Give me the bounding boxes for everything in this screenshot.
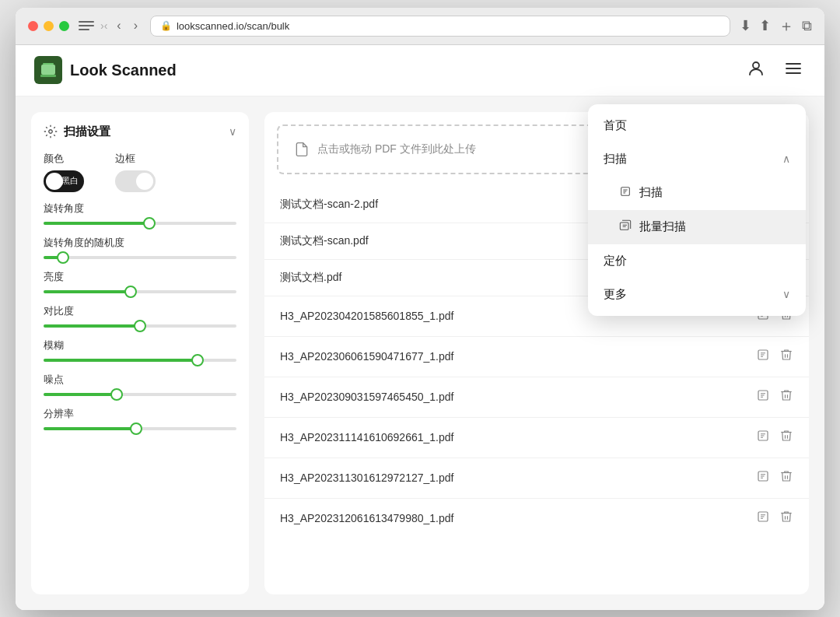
tab-overview-icon[interactable]: ⧉ <box>802 18 812 34</box>
header-right <box>744 56 806 85</box>
border-toggle-knob <box>136 173 153 190</box>
traffic-lights <box>28 21 69 31</box>
file-item: H3_AP202309031597465450_1.pdf <box>264 377 809 418</box>
scan-file-button[interactable] <box>756 510 770 528</box>
close-button[interactable] <box>28 21 38 31</box>
svg-point-3 <box>753 62 759 68</box>
delete-file-button[interactable] <box>779 388 793 406</box>
resolution-thumb[interactable] <box>130 422 142 435</box>
rotation-random-label: 旋转角度的随机度 <box>44 236 236 250</box>
menu-item-scan-expand[interactable]: 扫描 ∧ <box>588 142 806 176</box>
menu-item-pricing[interactable]: 定价 <box>588 244 806 278</box>
menu-item-home[interactable]: 首页 <box>588 109 806 142</box>
file-actions <box>756 388 793 406</box>
forward-button[interactable]: › <box>131 17 141 34</box>
delete-file-button[interactable] <box>779 348 793 366</box>
file-name: 测试文档-scan.pdf <box>280 234 369 248</box>
svg-point-7 <box>49 130 53 134</box>
blur-thumb[interactable] <box>191 354 204 366</box>
color-toggle[interactable]: 黑白 <box>44 170 84 192</box>
scan-file-button[interactable] <box>756 388 770 406</box>
new-tab-icon[interactable]: ＋ <box>779 16 794 37</box>
color-label: 颜色 <box>44 152 84 166</box>
file-actions <box>756 348 793 366</box>
noise-thumb[interactable] <box>110 388 123 401</box>
browser-titlebar: ›‹ ‹ › 🔒 lookscanned.io/scan/bulk ⬇ ⬆ ＋ … <box>16 8 824 45</box>
rotation-thumb[interactable] <box>143 217 156 230</box>
file-name: 测试文档.pdf <box>280 271 341 285</box>
file-name: H3_AP202312061613479980_1.pdf <box>280 512 453 524</box>
upload-prompt: 点击或拖动 PDF 文件到此处上传 <box>317 142 476 156</box>
menu-scan-label: 扫描 <box>604 152 627 167</box>
menu-scan-sub-label: 扫描 <box>639 185 663 200</box>
file-item: H3_AP202306061590471677_1.pdf <box>264 337 809 377</box>
settings-collapse-chevron[interactable]: ∨ <box>229 125 236 138</box>
share-icon[interactable]: ⬆ <box>759 17 771 34</box>
blur-track <box>44 359 236 362</box>
delete-file-button[interactable] <box>779 510 793 528</box>
file-name: H3_AP202311301612972127_1.pdf <box>280 472 453 484</box>
browser-window: ›‹ ‹ › 🔒 lookscanned.io/scan/bulk ⬇ ⬆ ＋ … <box>16 8 824 610</box>
download-icon[interactable]: ⬇ <box>740 17 751 34</box>
brightness-fill <box>44 290 131 293</box>
noise-fill <box>44 393 117 396</box>
sidebar-toggle-button[interactable] <box>79 20 94 31</box>
blur-label: 模糊 <box>44 338 236 352</box>
svg-rect-2 <box>40 75 56 77</box>
rotation-fill <box>44 222 149 225</box>
contrast-label: 对比度 <box>44 304 236 318</box>
settings-panel: 扫描设置 ∨ 颜色 黑白 边框 <box>31 112 249 594</box>
contrast-fill <box>44 324 140 328</box>
noise-label: 噪点 <box>44 373 236 387</box>
browser-right-controls: ⬇ ⬆ ＋ ⧉ <box>740 16 812 37</box>
scan-file-button[interactable] <box>756 348 770 366</box>
settings-title-row: 扫描设置 <box>44 124 110 139</box>
app-title: Look Scanned <box>70 61 177 79</box>
brightness-thumb[interactable] <box>124 286 137 298</box>
file-name: H3_AP202309031597465450_1.pdf <box>280 391 453 403</box>
border-setting-group: 边框 <box>115 152 156 192</box>
back-button[interactable]: ‹ <box>114 17 124 34</box>
brightness-slider-container: 亮度 <box>44 270 236 293</box>
file-name: H3_AP202311141610692661_1.pdf <box>280 431 453 443</box>
rotation-label: 旋转角度 <box>44 202 236 216</box>
file-actions <box>756 469 793 487</box>
menu-home-label: 首页 <box>604 118 627 133</box>
border-toggle[interactable] <box>115 170 156 192</box>
contrast-thumb[interactable] <box>134 320 146 332</box>
url-text: lookscanned.io/scan/bulk <box>177 20 289 32</box>
settings-title: 扫描设置 <box>64 124 110 139</box>
brightness-track <box>44 290 236 293</box>
minimize-button[interactable] <box>44 21 54 31</box>
scan-file-button[interactable] <box>756 429 770 447</box>
settings-header: 扫描设置 ∨ <box>44 124 236 139</box>
file-actions <box>756 429 793 447</box>
noise-slider-container: 噪点 <box>44 373 236 396</box>
user-account-button[interactable] <box>744 56 768 85</box>
settings-icon <box>44 124 58 138</box>
menu-item-bulk-scan[interactable]: 批量扫描 <box>588 210 806 244</box>
app-content: Look Scanned <box>16 45 824 610</box>
brightness-label: 亮度 <box>44 270 236 284</box>
file-item: H3_AP202312061613479980_1.pdf <box>264 499 809 538</box>
menu-item-more-expand[interactable]: 更多 ∨ <box>588 278 806 311</box>
scan-file-button[interactable] <box>756 469 770 487</box>
logo-icon <box>34 56 62 84</box>
hamburger-menu-button[interactable] <box>781 56 806 85</box>
settings-color-border-row: 颜色 黑白 边框 <box>44 152 236 192</box>
menu-pricing-label: 定价 <box>604 254 627 268</box>
file-name: 测试文档-scan-2.pdf <box>280 198 378 212</box>
file-item: H3_AP202311141610692661_1.pdf <box>264 418 809 458</box>
rotation-random-track <box>44 256 236 259</box>
rotation-random-thumb[interactable] <box>57 251 69 264</box>
menu-item-scan-sub[interactable]: 扫描 <box>588 176 806 210</box>
svg-rect-1 <box>43 63 54 65</box>
delete-file-button[interactable] <box>779 469 793 487</box>
more-chevron-down-icon: ∨ <box>782 288 790 300</box>
delete-file-button[interactable] <box>779 429 793 447</box>
color-setting-group: 颜色 黑白 <box>44 152 84 192</box>
scan-sub-icon <box>619 185 632 201</box>
address-bar[interactable]: 🔒 lookscanned.io/scan/bulk <box>150 16 730 37</box>
fullscreen-button[interactable] <box>59 21 69 31</box>
resolution-slider-container: 分辨率 <box>44 407 236 430</box>
